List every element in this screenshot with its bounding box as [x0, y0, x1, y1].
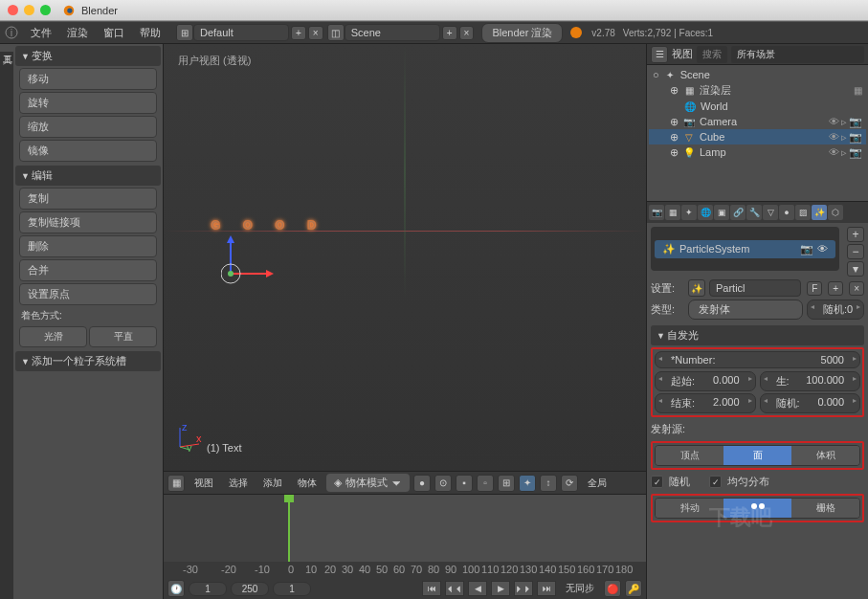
tab-modifiers[interactable]: 🔧 — [746, 205, 762, 220]
edit-header[interactable]: 编辑 — [15, 166, 161, 186]
ps-menu-button[interactable]: ▾ — [847, 261, 864, 277]
mirror-button[interactable]: 镜像 — [19, 140, 157, 162]
translate-manip-icon[interactable]: ↕ — [540, 475, 557, 492]
tab-layers[interactable]: ▦ — [665, 205, 680, 220]
tree-scene[interactable]: ○✦Scene — [649, 67, 866, 82]
random-field[interactable]: 随机:0.000 — [760, 393, 861, 413]
shading-solid-icon[interactable]: ● — [413, 475, 431, 492]
outliner-filter[interactable]: 所有场景 — [731, 46, 864, 63]
timeline-editor-icon[interactable]: 🕐 — [167, 580, 185, 597]
keyframe-next-button[interactable]: ⏵⏵ — [514, 581, 533, 596]
end-field[interactable]: 结束:2.000 — [655, 393, 756, 413]
tree-renderlayers[interactable]: ⊕▦渲染层▦ — [649, 82, 866, 99]
tab-particles[interactable]: ✨ — [812, 205, 827, 220]
minimize-window[interactable] — [24, 5, 34, 15]
autokey-icon[interactable]: 🔴 — [604, 580, 621, 597]
object-menu[interactable]: 物体 — [292, 477, 323, 490]
menu-render[interactable]: 渲染 — [59, 26, 96, 40]
number-field[interactable]: *Number:5000 — [655, 351, 860, 368]
tab-material[interactable]: ● — [779, 205, 794, 220]
scene-selector[interactable]: Scene — [345, 24, 440, 41]
move-button[interactable]: 移动 — [19, 68, 157, 90]
eye-icon[interactable]: 👁 — [829, 146, 839, 159]
last-op-header[interactable]: 添加一个粒子系统槽 — [15, 351, 161, 371]
layer-group[interactable]: ⊞ — [498, 475, 515, 492]
tab-physics[interactable]: ⬡ — [828, 205, 843, 220]
settings-browse-icon[interactable]: ✨ — [688, 279, 705, 297]
keyset-icon[interactable]: 🔑 — [625, 580, 642, 597]
timeline-ruler[interactable]: -30-20-10 01020 304050 607080 90100110 1… — [164, 562, 646, 577]
outliner-view-menu[interactable]: 视图 — [672, 47, 693, 61]
eye-icon[interactable]: 👁 — [829, 116, 839, 128]
outliner-tree[interactable]: ○✦Scene ⊕▦渲染层▦ 🌐World ⊕📷Camera👁 ▹ 📷 ⊕▽Cu… — [647, 65, 868, 162]
viewport-3d[interactable]: 用户视图 (透视) GOOD zxy (1) Text — [164, 44, 646, 471]
emit-faces-button[interactable]: 面 — [723, 446, 791, 465]
cursor-icon[interactable]: ▹ — [841, 146, 847, 159]
close-window[interactable] — [8, 5, 18, 15]
tab-constraints[interactable]: 🔗 — [730, 205, 746, 220]
scene-remove[interactable]: × — [459, 26, 475, 40]
sync-mode[interactable]: 无同步 — [560, 582, 600, 595]
tab-world[interactable]: 🌐 — [698, 205, 713, 220]
tree-lamp[interactable]: ⊕💡Lamp👁 ▹ 📷 — [649, 144, 866, 160]
layout-selector[interactable]: Default — [193, 24, 289, 41]
rotate-manip-icon[interactable]: ⟳ — [561, 475, 578, 492]
ps-add-button[interactable]: + — [847, 227, 864, 242]
maximize-window[interactable] — [40, 5, 51, 15]
merge-button[interactable]: 合并 — [19, 259, 157, 281]
delete-button[interactable]: 删除 — [19, 235, 157, 257]
frame-end[interactable]: 250 — [231, 582, 269, 596]
transform-gizmo[interactable] — [221, 235, 278, 295]
settings-unlink[interactable]: × — [849, 281, 864, 296]
outliner-search[interactable]: 搜索 — [697, 46, 727, 63]
grid-button[interactable]: 栅格 — [791, 499, 859, 518]
scene-add[interactable]: + — [442, 26, 457, 40]
emit-volume-button[interactable]: 体积 — [791, 446, 859, 465]
play-reverse-button[interactable]: ◀ — [468, 581, 487, 596]
add-menu[interactable]: 添加 — [257, 477, 288, 490]
manipulator-icon[interactable]: ✦ — [519, 475, 536, 492]
jump-end-button[interactable]: ⏭ — [537, 581, 556, 596]
render-icon[interactable]: 📷 — [849, 131, 862, 144]
type-selector[interactable]: 发射体 — [688, 300, 803, 320]
view-menu[interactable]: 视图 — [189, 477, 219, 490]
random-checkbox[interactable]: ✓ — [651, 476, 663, 488]
tree-cube[interactable]: ⊕▽Cube👁 ▹ 📷 — [649, 129, 866, 144]
layout-add[interactable]: + — [291, 26, 306, 40]
menu-file[interactable]: 文件 — [23, 26, 59, 40]
menu-window[interactable]: 窗口 — [96, 26, 132, 40]
keyframe-prev-button[interactable]: ⏴⏴ — [445, 581, 464, 596]
emission-header[interactable]: 自发光 — [651, 325, 864, 345]
seed-field[interactable]: 随机:0 — [807, 300, 864, 320]
cursor-icon[interactable]: ▹ — [841, 131, 847, 144]
set-origin-button[interactable]: 设置原点 — [19, 283, 157, 305]
tree-camera[interactable]: ⊕📷Camera👁 ▹ 📷 — [649, 114, 866, 129]
duplicate-button[interactable]: 复制 — [19, 188, 157, 210]
play-button[interactable]: ▶ — [491, 581, 510, 596]
frame-start[interactable]: 1 — [189, 582, 227, 596]
even-checkbox[interactable]: ✓ — [709, 476, 722, 488]
render-engine[interactable]: Blender 渲染 — [481, 23, 563, 43]
tab-object[interactable]: ▣ — [714, 205, 729, 220]
smooth-button[interactable]: 光滑 — [19, 326, 87, 347]
rotate-button[interactable]: 旋转 — [19, 92, 157, 114]
settings-fake-user[interactable]: F — [807, 281, 822, 296]
info-editor-icon[interactable]: i — [0, 25, 23, 40]
tab-texture[interactable]: ▨ — [795, 205, 811, 220]
tab-data[interactable]: ▽ — [763, 205, 778, 220]
lifetime-field[interactable]: 生:100.000 — [760, 371, 861, 391]
layout-icon[interactable]: ⊞ — [176, 24, 193, 41]
render-icon[interactable]: 📷 — [849, 146, 862, 159]
frame-current[interactable]: 1 — [273, 582, 311, 596]
scene-icon[interactable]: ◫ — [327, 24, 345, 41]
scale-button[interactable]: 缩放 — [19, 116, 157, 138]
flat-button[interactable]: 平直 — [89, 326, 157, 347]
pivot-icon[interactable]: ⊙ — [434, 475, 452, 492]
view3d-editor-icon[interactable]: ▦ — [167, 475, 185, 492]
left-tab-tools[interactable]: 工具 — [0, 44, 13, 52]
timeline-cursor[interactable] — [288, 495, 290, 562]
tab-render[interactable]: 📷 — [649, 205, 664, 220]
tab-scene[interactable]: ✦ — [681, 205, 697, 220]
timeline-track[interactable] — [164, 495, 646, 562]
transform-header[interactable]: 变换 — [15, 46, 161, 66]
